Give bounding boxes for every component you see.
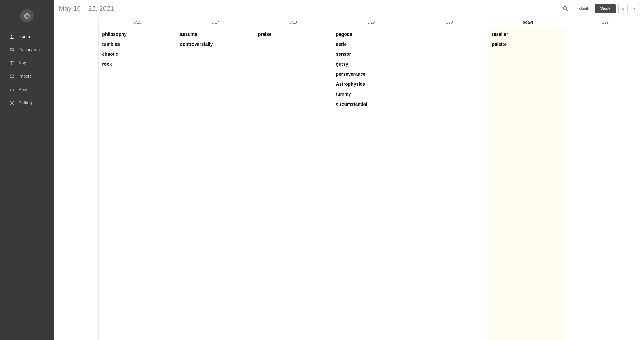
cal-col-520 xyxy=(410,27,488,340)
header-controls: Month Week ‹ › xyxy=(561,4,639,14)
cal-col-518: praise xyxy=(254,27,332,340)
sidebar: Home Flashcards App xyxy=(0,0,54,340)
sidebar-flashcards-label: Flashcards xyxy=(18,47,40,52)
cal-col-empty xyxy=(54,27,99,340)
col-header-522: 5/22 xyxy=(566,17,644,27)
prev-week-button[interactable]: ‹ xyxy=(618,4,628,13)
app-logo[interactable] xyxy=(20,9,34,22)
view-toggle: Month Week xyxy=(573,4,616,13)
sidebar-nav: Home Flashcards App xyxy=(0,30,54,109)
sidebar-item-app[interactable]: App xyxy=(2,57,52,70)
col-header-517: 5/17 xyxy=(176,17,254,27)
word-tummy: tummy xyxy=(336,92,406,97)
month-view-button[interactable]: Month xyxy=(573,4,595,13)
sidebar-item-setting[interactable]: Setting xyxy=(2,97,52,109)
calendar-body: philosophy tumbles chaotic rock assume c… xyxy=(54,27,644,340)
sidebar-item-print[interactable]: Print xyxy=(2,83,52,96)
word-perseverance: perseverance xyxy=(336,72,406,77)
sidebar-app-label: App xyxy=(18,61,26,66)
col-header-516: 5/16 xyxy=(99,17,176,27)
word-eerie: eerie xyxy=(336,42,406,47)
col-header-520: 5/20 xyxy=(410,17,488,27)
search-button[interactable] xyxy=(561,4,571,14)
cal-col-today: reseller palette xyxy=(488,27,566,340)
main-content: May 16 – 22, 2021 Month Week ‹ › 5/16 5/… xyxy=(54,0,644,340)
word-pagoda: pagoda xyxy=(336,32,406,37)
calendar-view: 5/16 5/17 5/18 5/19 5/20 Today! 5/22 phi… xyxy=(54,17,644,340)
cal-col-522 xyxy=(566,27,644,340)
word-chaotic: chaotic xyxy=(102,52,173,57)
flashcards-icon xyxy=(9,47,15,53)
svg-rect-2 xyxy=(11,37,13,38)
word-controversially: controversially xyxy=(180,42,250,47)
date-range-title: May 16 – 22, 2021 xyxy=(59,5,557,13)
col-header-519: 5/19 xyxy=(332,17,410,27)
sidebar-logo xyxy=(0,5,54,30)
cal-col-519: pagoda eerie sensor gutsy perseverance A… xyxy=(332,27,410,340)
sidebar-home-label: Home xyxy=(18,34,30,39)
svg-marker-1 xyxy=(25,14,29,18)
app-icon xyxy=(9,60,15,66)
sidebar-setting-label: Setting xyxy=(18,100,32,106)
svg-rect-5 xyxy=(10,61,12,65)
cal-col-516: philosophy tumbles chaotic rock xyxy=(99,27,176,340)
word-sensor: sensor xyxy=(336,52,406,57)
svg-rect-6 xyxy=(12,61,14,65)
sidebar-item-import[interactable]: Import xyxy=(2,70,52,83)
svg-rect-9 xyxy=(11,90,13,91)
svg-marker-0 xyxy=(24,13,30,19)
word-tumbles: tumbles xyxy=(102,42,173,47)
print-icon xyxy=(9,87,15,93)
word-palette: palette xyxy=(492,42,562,47)
setting-icon xyxy=(9,100,15,106)
sidebar-item-flashcards[interactable]: Flashcards xyxy=(2,43,52,56)
word-gutsy: gutsy xyxy=(336,62,406,67)
sidebar-print-label: Print xyxy=(18,87,27,92)
word-assume: assume xyxy=(180,32,250,37)
next-week-button[interactable]: › xyxy=(630,4,639,13)
calendar-col-headers: 5/16 5/17 5/18 5/19 5/20 Today! 5/22 xyxy=(54,17,644,27)
col-header-518: 5/18 xyxy=(254,17,332,27)
col-header-today: Today! xyxy=(488,17,566,27)
sidebar-item-home[interactable]: Home xyxy=(2,30,52,43)
week-view-button[interactable]: Week xyxy=(595,4,616,13)
word-circumstantial: circumstantial xyxy=(336,101,406,107)
word-philosophy: philosophy xyxy=(102,32,173,37)
word-rock: rock xyxy=(102,62,173,67)
word-reseller: reseller xyxy=(492,32,562,37)
cal-col-517: assume controversially xyxy=(176,27,254,340)
home-icon xyxy=(9,34,15,39)
svg-point-10 xyxy=(12,103,13,104)
calendar-header-bar: May 16 – 22, 2021 Month Week ‹ › xyxy=(54,0,644,17)
empty-header-cell xyxy=(54,17,99,27)
word-praise: praise xyxy=(258,32,328,37)
import-icon xyxy=(9,74,15,79)
sidebar-import-label: Import xyxy=(18,74,31,79)
word-astrophysics: Astrophysics xyxy=(336,82,406,87)
